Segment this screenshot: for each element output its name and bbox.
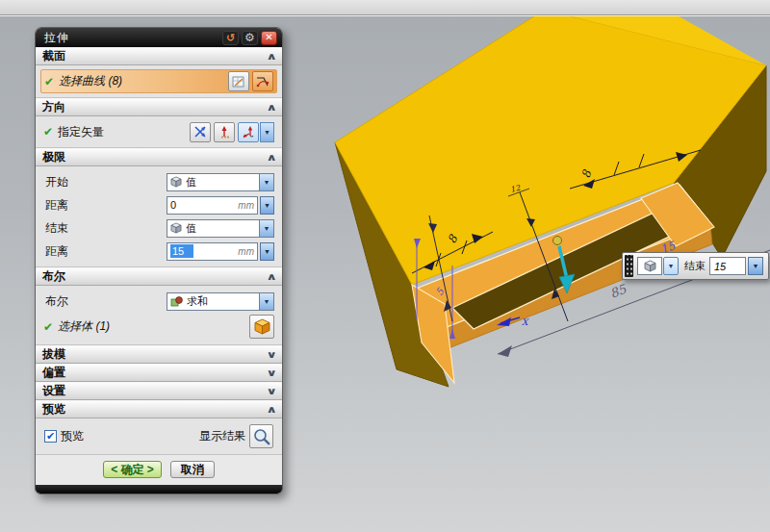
dialog-title: 拉伸 [44,30,219,46]
chevron-up-icon: ∧ [266,271,276,282]
end-distance-label: 距离 [43,243,167,260]
inferred-vector-icon [218,125,231,139]
vector-type-dropdown-arrow[interactable]: ▼ [260,122,274,142]
crossed-arrows-icon [193,125,207,139]
group-header-draft[interactable]: 拔模 ∨ [36,345,282,364]
boolean-mode-row: 布尔 求和 ▼ [40,290,277,313]
sketch-section-button[interactable] [228,71,249,91]
select-body-row[interactable]: ✔ 选择体 (1) [40,313,277,341]
cancel-button[interactable]: 取消 [170,461,215,478]
group-header-settings[interactable]: 设置 ∨ [36,382,282,400]
dropdown-arrow-icon[interactable]: ▼ [259,293,273,310]
end-mode-dropdown[interactable]: 值 ▼ [167,219,274,238]
unite-icon [170,295,183,308]
dropdown-arrow-icon[interactable]: ▼ [259,220,273,237]
group-header-offset[interactable]: 偏置 ∨ [36,364,282,382]
end-row: 结束 值 ▼ [40,216,277,240]
toolbar-drag-grip[interactable] [625,255,633,277]
cube-icon [170,222,182,234]
end-distance-spinner[interactable]: ▼ [260,242,274,261]
model-extrude-body[interactable] [335,10,766,387]
inferred-vector-button[interactable] [214,122,235,142]
x-axis-label: X [522,317,529,327]
end-distance-input[interactable]: 15 [709,257,746,275]
chevron-down-icon: ∨ [266,386,276,396]
start-mode-value: 值 [186,175,196,190]
end-mode-button[interactable] [637,257,662,275]
boolean-mode-value: 求和 [187,294,208,309]
cube-icon [644,260,656,272]
specify-vector-row[interactable]: ✔ 指定矢量 [40,120,277,143]
curve-icon [256,75,270,89]
select-curve-label: 选择曲线 (8) [59,73,225,89]
chevron-up-icon: ∧ [266,152,276,163]
start-distance-input[interactable]: 0 mm [167,196,258,215]
group-header-limits[interactable]: 极限 ∧ [36,148,282,166]
show-result-button[interactable] [249,424,273,448]
sketch-grid-icon [232,75,245,89]
end-mode-value: 值 [186,221,196,236]
magnifier-icon [253,428,270,445]
application-window: 8 8 85 15 5 [0,0,770,532]
handle-origin-ball[interactable] [553,237,562,245]
select-body-label: 选择体 (1) [58,318,249,335]
chevron-down-icon: ∨ [266,349,276,360]
dropdown-arrow-icon[interactable]: ▼ [259,174,273,190]
check-icon: ✔ [43,125,53,139]
group-header-boolean[interactable]: 布尔 ∧ [36,267,282,286]
preview-checkbox[interactable]: ✔ [44,430,57,443]
end-distance-input[interactable]: 15 mm [167,242,258,261]
vector-type-button[interactable] [238,122,259,142]
vector-dialog-button[interactable] [190,122,211,142]
target-body-button[interactable] [249,315,274,339]
group-body-limits: 开始 值 ▼ 距离 0 mm [36,166,282,267]
orange-cube-icon [253,317,271,336]
extrude-dialog: 拉伸 ↺ ⚙ ✕ 截面 ∧ ✔ 选择曲线 (8) [35,27,283,494]
toolbar-strip [0,0,770,15]
start-row: 开始 值 ▼ [40,170,277,193]
preview-checkbox-label: 预览 [61,428,84,444]
check-icon: ✔ [44,75,54,89]
group-body-direction: ✔ 指定矢量 [36,116,282,148]
vector-glyph-icon [242,125,256,139]
start-distance-label: 距离 [43,197,167,214]
chevron-up-icon: ∧ [266,404,276,415]
onscreen-input-toolbar: ▼ 结束 15 ▼ [622,252,769,280]
group-header-preview[interactable]: 预览 ∧ [36,400,282,418]
start-distance-row: 距离 0 mm ▼ [40,193,277,216]
dialog-bottom-strip [36,485,282,494]
chevron-up-icon: ∧ [266,102,276,113]
dialog-footer: < 确定 > 取消 [36,455,282,483]
gear-icon[interactable]: ⚙ [242,31,258,45]
boolean-mode-dropdown[interactable]: 求和 ▼ [167,292,274,311]
dialog-titlebar[interactable]: 拉伸 ↺ ⚙ ✕ [36,28,282,47]
chevron-up-icon: ∧ [266,51,276,62]
group-body-boolean: 布尔 求和 ▼ ✔ 选择体 (1) [36,286,282,345]
select-curve-row[interactable]: ✔ 选择曲线 (8) [40,69,277,93]
boolean-label: 布尔 [43,293,167,310]
cube-icon [170,176,182,188]
chevron-down-icon: ∨ [266,367,276,378]
start-label: 开始 [43,174,167,190]
start-distance-spinner[interactable]: ▼ [260,196,274,215]
end-distance-row: 距离 15 mm ▼ [40,240,277,263]
group-header-section[interactable]: 截面 ∧ [36,47,282,65]
end-label: 结束 [43,220,167,237]
ok-button[interactable]: < 确定 > [103,461,162,478]
show-result-label: 显示结果 [199,428,245,444]
close-icon[interactable]: ✕ [261,31,277,45]
start-mode-dropdown[interactable]: 值 ▼ [167,173,274,191]
group-header-direction[interactable]: 方向 ∧ [36,98,282,116]
group-body-section: ✔ 选择曲线 (8) [36,65,282,98]
end-mode-dropdown-arrow[interactable]: ▼ [663,257,679,275]
group-body-preview: ✔ 预览 显示结果 [36,418,282,455]
reset-icon[interactable]: ↺ [222,31,239,45]
end-field-label: 结束 [684,259,706,273]
curve-select-button[interactable] [252,71,273,91]
specify-vector-label: 指定矢量 [58,124,187,140]
end-distance-spinner[interactable]: ▼ [748,257,763,275]
check-icon: ✔ [43,320,53,334]
